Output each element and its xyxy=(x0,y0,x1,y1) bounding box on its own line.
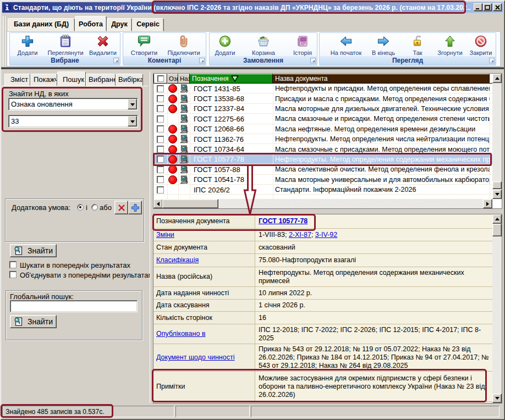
row-checkbox[interactable] xyxy=(157,95,164,102)
scroll-up-button[interactable] xyxy=(492,74,502,83)
table-row[interactable]: ГОСТ 1057-88Масла селективной очистки. М… xyxy=(153,164,492,174)
sidebar-tab-vybirka[interactable]: Вибірка xyxy=(116,74,143,86)
sidebar-tab-vybrane[interactable]: Вибране xyxy=(86,74,116,86)
tab-label: Друк xyxy=(111,20,128,28)
radio-and[interactable] xyxy=(77,204,84,211)
search-value-combo[interactable]: 33 xyxy=(8,115,138,128)
table-hscrollbar[interactable] xyxy=(153,199,492,208)
group-dialog-launcher-icon[interactable] xyxy=(489,58,495,63)
vscroll-thumb[interactable] xyxy=(492,181,502,189)
favorites-delete-button[interactable]: Видалити xyxy=(86,34,119,57)
row-checkbox[interactable] xyxy=(157,186,164,194)
row-checkbox[interactable] xyxy=(157,176,164,183)
row-name: Масла смазочные и присадки. Метод опреде… xyxy=(273,115,490,123)
tab-servis[interactable]: Сервіс xyxy=(132,18,164,31)
comments-create-button[interactable]: Створити xyxy=(128,34,161,57)
scroll-left-button[interactable] xyxy=(153,199,163,208)
detail-label-link[interactable]: Документ щодо чинності xyxy=(156,353,234,361)
detail-value-link[interactable]: 3-IV-92 xyxy=(315,231,337,239)
row-checkbox[interactable] xyxy=(157,156,164,163)
detail-label-link[interactable]: Класифікація xyxy=(156,256,199,264)
table-row[interactable]: ГОСТ 10541-78Масла моторные универсальны… xyxy=(153,175,492,185)
sidebar-tab-bar: Зміст Покажчик Пошук Вибране Вибірка xyxy=(4,71,147,86)
toolbar-gripper[interactable] xyxy=(2,16,6,67)
tab-robota[interactable]: Робота xyxy=(75,16,107,31)
group-dialog-launcher-icon[interactable] xyxy=(199,58,205,63)
table-row[interactable]: ІПС 2026/2Стандарти. Інформаційний покаж… xyxy=(153,185,492,195)
select-all-checkbox[interactable] xyxy=(157,75,164,82)
row-checkbox[interactable] xyxy=(157,125,164,132)
table-row[interactable]: ГОСТ 10734-64Масла смазочные с присадкам… xyxy=(153,144,492,154)
favorites-add-button[interactable]: Додати xyxy=(12,34,43,57)
maximize-button[interactable] xyxy=(483,3,492,11)
detail-label-link[interactable]: Опубліковано в xyxy=(156,330,206,338)
find-button[interactable]: Знайти xyxy=(10,244,57,257)
panel-splitter[interactable] xyxy=(150,71,150,403)
sidebar-tab-poshuk[interactable]: Пошук xyxy=(57,71,86,86)
table-row[interactable]: ГОСТ 1431-85Нефтепродукты и присадки. Ме… xyxy=(153,84,492,93)
global-find-button[interactable]: Знайти xyxy=(10,315,57,328)
header-designation-column[interactable]: Позначення xyxy=(190,74,273,84)
row-checkbox[interactable] xyxy=(157,85,164,92)
scroll-right-button[interactable] xyxy=(483,199,492,208)
favorites-view-button[interactable]: Переглянути xyxy=(45,34,86,57)
tab-druk[interactable]: Друк xyxy=(107,18,132,31)
table-row[interactable]: ГОСТ 10577-78Нефтепродукты. Метод опреде… xyxy=(153,154,492,164)
sidebar-tab-zmist[interactable]: Зміст xyxy=(4,74,30,86)
row-doc-cell xyxy=(178,135,190,143)
details-vscrollbar[interactable] xyxy=(492,214,502,403)
search-field-combo[interactable]: Ознака оновлення xyxy=(8,98,138,110)
tab-bazy-danykh[interactable]: Бази даних (БД) xyxy=(8,18,75,31)
header-select-all[interactable] xyxy=(153,74,167,84)
condition-add-button[interactable] xyxy=(128,201,142,214)
comments-attach-button[interactable]: Підключити xyxy=(165,34,202,57)
row-checkbox[interactable] xyxy=(157,105,164,112)
table-row[interactable]: ГОСТ 12275-66Масла смазочные и присадки.… xyxy=(153,114,492,124)
radio-or[interactable] xyxy=(91,204,98,211)
table-row[interactable]: ГОСТ 11362-76Нефтепродукты. Метод опреде… xyxy=(153,134,492,144)
header-name-column[interactable]: Назва документа xyxy=(273,74,490,84)
view-close-button[interactable]: Закрити xyxy=(466,34,496,57)
close-button[interactable] xyxy=(493,3,502,11)
ribbon-group-zamovlennia: Додати Корзина xyxy=(209,32,317,65)
view-to-end-button[interactable]: В кінець xyxy=(367,34,399,57)
row-designation: ГОСТ 13538-68 xyxy=(190,95,273,103)
view-collapse-button[interactable]: Згорнути xyxy=(433,34,467,57)
table-vscrollbar[interactable] xyxy=(492,74,502,199)
view-to-start-button[interactable]: На початок xyxy=(326,34,366,57)
condition-delete-button[interactable] xyxy=(114,201,128,214)
combo-dropdown-button[interactable] xyxy=(128,99,137,109)
detail-value-link[interactable]: 2-XI-87 xyxy=(289,231,311,239)
global-search-input[interactable] xyxy=(10,300,138,312)
header-flag-column[interactable]: Озн xyxy=(167,74,178,84)
row-checkbox[interactable] xyxy=(157,166,164,173)
header-doc-column[interactable]: Наз xyxy=(178,74,190,84)
group-caption-text: Перегляд xyxy=(392,57,423,64)
orders-add-button[interactable]: Додати xyxy=(211,34,239,57)
row-checkbox[interactable] xyxy=(157,115,164,123)
scroll-up-button[interactable] xyxy=(492,214,502,224)
hscroll-thumb[interactable] xyxy=(162,199,218,208)
vscroll-thumb[interactable] xyxy=(492,224,502,236)
row-designation: ГОСТ 11362-76 xyxy=(190,135,273,143)
view-yes-button[interactable]: Так xyxy=(406,34,429,57)
orders-basket-button[interactable]: Корзина xyxy=(248,34,279,57)
join-previous-checkbox[interactable] xyxy=(9,271,17,278)
detail-value-link[interactable]: ГОСТ 10577-78 xyxy=(259,217,308,225)
orders-history-button[interactable]: Історія xyxy=(290,34,315,57)
table-row[interactable]: ГОСТ 13538-68Присадки и масла с присадка… xyxy=(153,93,492,103)
minimize-button[interactable] xyxy=(474,3,482,11)
table-row[interactable]: ГОСТ 12337-84Масла моторные для дизельны… xyxy=(153,104,492,114)
combo-dropdown-button[interactable] xyxy=(128,116,137,126)
row-checkbox[interactable] xyxy=(157,146,164,153)
red-flag-icon xyxy=(168,135,177,143)
group-dialog-launcher-icon[interactable] xyxy=(113,58,119,63)
sidebar-tab-pokazhchyk[interactable]: Покажчик xyxy=(30,74,57,86)
scroll-down-button[interactable] xyxy=(492,394,502,403)
group-dialog-launcher-icon[interactable] xyxy=(310,58,316,63)
row-checkbox[interactable] xyxy=(157,136,164,143)
table-row[interactable]: ГОСТ 12068-66Масла нефтяные. Метод опред… xyxy=(153,124,492,134)
scroll-down-button[interactable] xyxy=(492,190,502,199)
search-previous-checkbox[interactable] xyxy=(9,261,17,268)
detail-label-link[interactable]: Зміни xyxy=(156,231,174,239)
